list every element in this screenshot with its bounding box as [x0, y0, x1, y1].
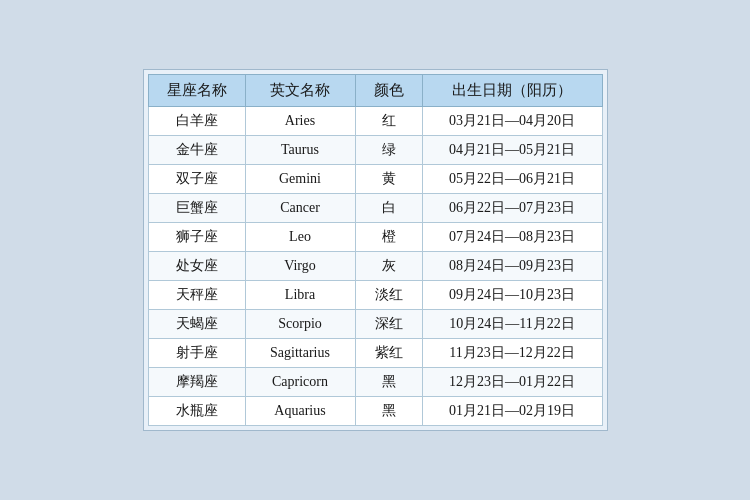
cell-cn: 天蝎座 [148, 310, 245, 339]
zodiac-table: 星座名称 英文名称 颜色 出生日期（阳历） 白羊座Aries红03月21日—04… [148, 74, 603, 426]
cell-color: 灰 [355, 252, 422, 281]
cell-color: 橙 [355, 223, 422, 252]
table-row: 水瓶座Aquarius黑01月21日—02月19日 [148, 397, 602, 426]
header-date: 出生日期（阳历） [422, 75, 602, 107]
table-row: 处女座Virgo灰08月24日—09月23日 [148, 252, 602, 281]
cell-date: 08月24日—09月23日 [422, 252, 602, 281]
cell-cn: 双子座 [148, 165, 245, 194]
cell-date: 01月21日—02月19日 [422, 397, 602, 426]
cell-date: 11月23日—12月22日 [422, 339, 602, 368]
cell-color: 黑 [355, 368, 422, 397]
cell-date: 03月21日—04月20日 [422, 107, 602, 136]
cell-en: Capricorn [245, 368, 355, 397]
cell-cn: 狮子座 [148, 223, 245, 252]
cell-date: 09月24日—10月23日 [422, 281, 602, 310]
cell-cn: 金牛座 [148, 136, 245, 165]
cell-date: 06月22日—07月23日 [422, 194, 602, 223]
cell-cn: 水瓶座 [148, 397, 245, 426]
table-row: 狮子座Leo橙07月24日—08月23日 [148, 223, 602, 252]
cell-color: 黄 [355, 165, 422, 194]
cell-color: 绿 [355, 136, 422, 165]
cell-en: Cancer [245, 194, 355, 223]
cell-cn: 射手座 [148, 339, 245, 368]
cell-date: 04月21日—05月21日 [422, 136, 602, 165]
cell-en: Leo [245, 223, 355, 252]
cell-cn: 白羊座 [148, 107, 245, 136]
cell-en: Aquarius [245, 397, 355, 426]
table-row: 巨蟹座Cancer白06月22日—07月23日 [148, 194, 602, 223]
cell-date: 07月24日—08月23日 [422, 223, 602, 252]
cell-en: Virgo [245, 252, 355, 281]
cell-color: 红 [355, 107, 422, 136]
cell-en: Gemini [245, 165, 355, 194]
cell-cn: 摩羯座 [148, 368, 245, 397]
cell-date: 10月24日—11月22日 [422, 310, 602, 339]
table-header-row: 星座名称 英文名称 颜色 出生日期（阳历） [148, 75, 602, 107]
cell-cn: 天秤座 [148, 281, 245, 310]
cell-color: 淡红 [355, 281, 422, 310]
table-row: 金牛座Taurus绿04月21日—05月21日 [148, 136, 602, 165]
cell-cn: 巨蟹座 [148, 194, 245, 223]
cell-en: Sagittarius [245, 339, 355, 368]
cell-en: Scorpio [245, 310, 355, 339]
cell-date: 05月22日—06月21日 [422, 165, 602, 194]
cell-en: Libra [245, 281, 355, 310]
table-row: 射手座Sagittarius紫红11月23日—12月22日 [148, 339, 602, 368]
header-color: 颜色 [355, 75, 422, 107]
table-row: 天蝎座Scorpio深红10月24日—11月22日 [148, 310, 602, 339]
cell-cn: 处女座 [148, 252, 245, 281]
cell-en: Aries [245, 107, 355, 136]
header-cn: 星座名称 [148, 75, 245, 107]
zodiac-table-container: 星座名称 英文名称 颜色 出生日期（阳历） 白羊座Aries红03月21日—04… [143, 69, 608, 431]
table-row: 白羊座Aries红03月21日—04月20日 [148, 107, 602, 136]
cell-en: Taurus [245, 136, 355, 165]
cell-color: 白 [355, 194, 422, 223]
cell-color: 黑 [355, 397, 422, 426]
table-row: 双子座Gemini黄05月22日—06月21日 [148, 165, 602, 194]
header-en: 英文名称 [245, 75, 355, 107]
cell-date: 12月23日—01月22日 [422, 368, 602, 397]
cell-color: 深红 [355, 310, 422, 339]
table-row: 天秤座Libra淡红09月24日—10月23日 [148, 281, 602, 310]
cell-color: 紫红 [355, 339, 422, 368]
table-row: 摩羯座Capricorn黑12月23日—01月22日 [148, 368, 602, 397]
